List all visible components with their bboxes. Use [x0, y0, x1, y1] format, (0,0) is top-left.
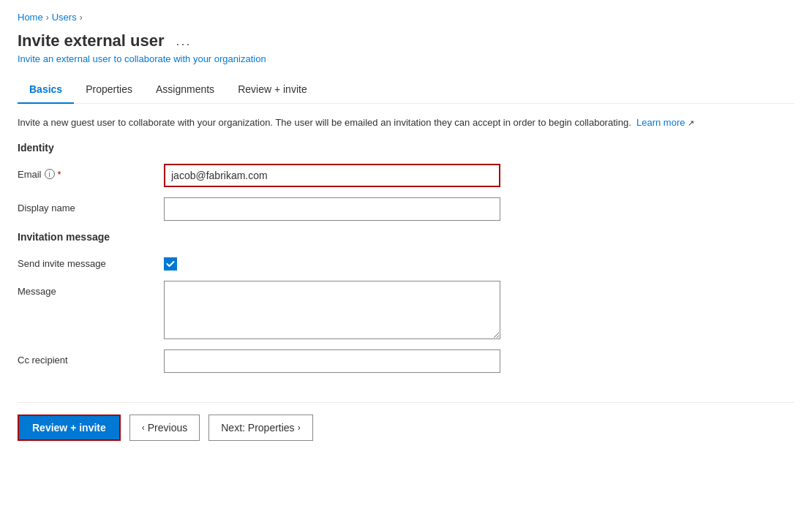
tab-assignments[interactable]: Assignments	[144, 76, 226, 104]
tab-review-invite[interactable]: Review + invite	[226, 76, 319, 104]
display-name-row: Display name	[18, 197, 794, 221]
previous-button[interactable]: ‹ Previous	[129, 415, 200, 441]
ellipsis-button[interactable]: ...	[172, 32, 196, 50]
identity-section-title: Identity	[18, 142, 794, 154]
email-info-icon: i	[45, 169, 55, 179]
send-invite-checkbox[interactable]	[164, 257, 177, 271]
email-input[interactable]	[164, 164, 500, 187]
learn-more-link[interactable]: Learn more	[636, 117, 685, 128]
invitation-section-title: Invitation message	[18, 231, 794, 243]
message-row: Message	[18, 281, 794, 339]
send-invite-checkbox-wrapper[interactable]	[164, 253, 177, 271]
breadcrumb-sep-2: ›	[80, 12, 83, 23]
email-row: Email i *	[18, 164, 794, 187]
page-title-row: Invite external user ...	[18, 31, 794, 50]
breadcrumb: Home › Users ›	[18, 12, 794, 23]
display-name-input[interactable]	[164, 197, 500, 221]
email-required-star: *	[58, 169, 61, 180]
breadcrumb-home[interactable]: Home	[18, 12, 43, 23]
cc-recipient-label: Cc recipient	[18, 349, 164, 366]
page-title: Invite external user	[18, 31, 165, 50]
tab-bar: Basics Properties Assignments Review + i…	[18, 76, 794, 104]
cc-recipient-input[interactable]	[164, 349, 500, 373]
send-invite-row: Send invite message	[18, 253, 794, 271]
next-properties-button[interactable]: Next: Properties ›	[208, 415, 312, 441]
footer-bar: Review + invite ‹ Previous Next: Propert…	[18, 402, 794, 453]
external-link-icon: ↗	[688, 118, 694, 127]
tab-properties[interactable]: Properties	[74, 76, 144, 104]
tab-basics[interactable]: Basics	[18, 76, 74, 104]
display-name-label: Display name	[18, 197, 164, 213]
chevron-left-icon: ‹	[142, 423, 145, 433]
email-label: Email i *	[18, 164, 164, 180]
message-label: Message	[18, 281, 164, 297]
page-subtitle: Invite an external user to collaborate w…	[18, 53, 794, 64]
breadcrumb-sep-1: ›	[46, 12, 49, 23]
cc-recipient-row: Cc recipient	[18, 349, 794, 373]
send-invite-label: Send invite message	[18, 253, 164, 269]
breadcrumb-users[interactable]: Users	[52, 12, 77, 23]
chevron-right-icon: ›	[298, 423, 301, 433]
review-invite-button[interactable]: Review + invite	[18, 415, 121, 441]
email-input-wrapper	[164, 164, 500, 187]
info-text: Invite a new guest user to collaborate w…	[18, 116, 794, 130]
message-textarea[interactable]	[164, 281, 500, 339]
